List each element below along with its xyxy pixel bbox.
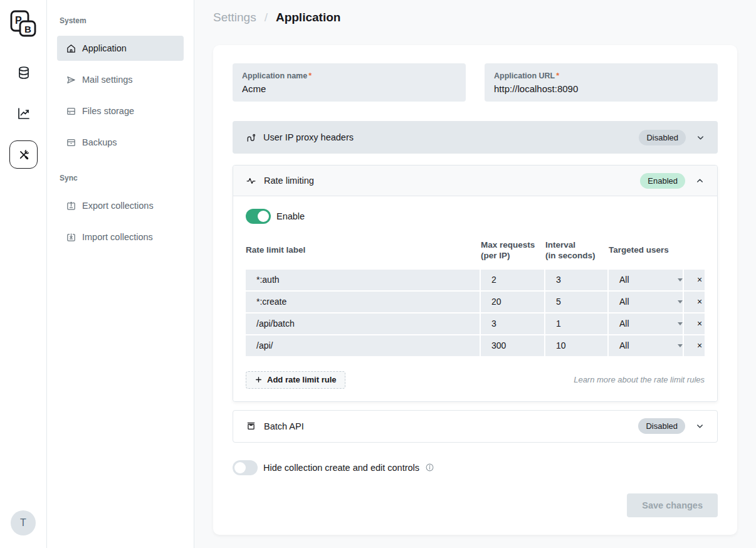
enable-toggle-label: Enable	[276, 211, 305, 221]
remove-rule-button[interactable]: ×	[684, 292, 705, 312]
sidebar-item-mail-settings[interactable]: Mail settings	[57, 67, 184, 92]
sidebar-item-application[interactable]: Application	[57, 36, 184, 61]
accordion-title: User IP proxy headers	[263, 132, 354, 142]
accordion-title: Rate limiting	[264, 176, 314, 186]
rule-label-input[interactable]: *:create	[246, 292, 480, 312]
application-name-label: Application name*	[242, 71, 456, 80]
archive-drawer-icon	[66, 137, 76, 148]
rule-max-requests-input[interactable]: 3	[481, 314, 544, 334]
status-badge-enabled: Enabled	[640, 173, 685, 189]
save-changes-button[interactable]: Save changes	[627, 493, 718, 517]
send-icon	[66, 75, 76, 85]
col-interval: Interval (in seconds)	[545, 240, 607, 268]
targeted-users-select[interactable]: All	[609, 292, 683, 312]
rule-max-requests-input[interactable]: 2	[481, 270, 544, 290]
rate-table-footer: Add rate limit rule Learn more about the…	[246, 371, 705, 389]
sidebar-item-label: Mail settings	[82, 75, 133, 85]
learn-more-link[interactable]: Learn more about the rate limit rules	[574, 375, 705, 384]
rate-limiting-body: Enable Rate limit label Max requests (pe…	[233, 196, 717, 401]
logs-icon[interactable]	[0, 106, 47, 121]
rate-limit-row: /api/ 300 10 All ×	[246, 335, 705, 356]
application-url-label: Application URL*	[494, 71, 708, 80]
chevron-down-icon	[696, 133, 705, 142]
sidebar-item-label: Export collections	[82, 201, 154, 211]
accordion-rate-limiting-header[interactable]: Rate limiting Enabled	[233, 166, 717, 196]
col-rate-limit-label: Rate limit label	[246, 240, 480, 268]
hide-controls-row: Hide collection create and edit controls	[233, 460, 718, 475]
caret-down-icon	[678, 322, 683, 325]
rule-interval-input[interactable]: 10	[545, 335, 607, 356]
main-content: Settings / Application Application name*…	[194, 0, 756, 548]
rule-interval-input[interactable]: 3	[545, 270, 607, 290]
add-rate-limit-rule-button[interactable]: Add rate limit rule	[246, 371, 345, 389]
save-row: Save changes	[233, 493, 718, 517]
rule-interval-input[interactable]: 5	[545, 292, 607, 312]
home-icon	[66, 43, 76, 54]
settings-icon[interactable]	[9, 140, 38, 169]
icon-rail: P B T	[0, 0, 47, 548]
application-url-field[interactable]: Application URL*	[485, 63, 718, 102]
required-asterisk: *	[556, 71, 559, 80]
rate-limit-row: /api/batch 3 1 All ×	[246, 314, 705, 334]
rule-max-requests-input[interactable]: 20	[481, 292, 544, 312]
rate-limit-row: *:create 20 5 All ×	[246, 292, 705, 312]
pocketbase-logo-icon[interactable]: P B	[9, 9, 37, 42]
avatar[interactable]: T	[11, 510, 36, 535]
sidebar-item-label: Application	[82, 43, 127, 53]
route-icon	[245, 132, 256, 143]
rule-max-requests-input[interactable]: 300	[481, 335, 544, 356]
rule-label-input[interactable]: /api/batch	[246, 314, 480, 334]
sidebar-item-backups[interactable]: Backups	[57, 130, 184, 155]
sidebar-section-sync: Sync	[60, 174, 184, 182]
targeted-users-select[interactable]: All	[609, 335, 683, 356]
breadcrumb-settings[interactable]: Settings	[213, 11, 256, 24]
rate-limit-row: *:auth 2 3 All ×	[246, 270, 705, 290]
col-targeted-users: Targeted users	[609, 240, 683, 268]
rate-limit-table: Rate limit label Max requests (per IP) I…	[244, 239, 706, 357]
caret-down-icon	[678, 300, 683, 303]
chevron-up-icon	[695, 176, 705, 186]
breadcrumb: Settings / Application	[213, 0, 737, 45]
sidebar-section-system: System	[60, 16, 184, 25]
rule-label-input[interactable]: /api/	[246, 335, 480, 356]
remove-rule-button[interactable]: ×	[684, 270, 705, 290]
remove-rule-button[interactable]: ×	[684, 314, 705, 334]
remove-rule-button[interactable]: ×	[684, 335, 705, 356]
accordion-user-ip-proxy-headers[interactable]: User IP proxy headers Disabled	[233, 121, 718, 154]
sidebar-item-label: Backups	[82, 137, 117, 147]
collections-icon[interactable]	[0, 65, 47, 80]
chevron-down-icon	[695, 421, 705, 431]
breadcrumb-divider: /	[265, 11, 268, 24]
plus-icon	[255, 376, 263, 384]
settings-sidebar: System Application Mail settings Fi	[47, 0, 194, 548]
info-icon[interactable]	[425, 463, 434, 472]
hide-controls-toggle[interactable]	[233, 460, 258, 475]
import-icon	[66, 232, 76, 243]
required-asterisk: *	[308, 71, 312, 80]
application-name-input[interactable]	[242, 83, 456, 94]
enable-toggle[interactable]	[246, 209, 271, 224]
rule-interval-input[interactable]: 1	[545, 314, 607, 334]
sidebar-item-export-collections[interactable]: Export collections	[57, 193, 184, 218]
application-settings-card: Application name* Application URL* User …	[213, 45, 737, 535]
targeted-users-select[interactable]: All	[609, 314, 683, 334]
sidebar-item-import-collections[interactable]: Import collections	[57, 224, 184, 250]
application-name-field[interactable]: Application name*	[233, 63, 466, 102]
archive-icon	[246, 421, 256, 431]
svg-text:B: B	[24, 24, 31, 34]
rule-label-input[interactable]: *:auth	[246, 270, 480, 290]
caret-down-icon	[678, 344, 683, 347]
accordion-batch-api[interactable]: Batch API Disabled	[233, 410, 718, 443]
sidebar-item-label: Files storage	[82, 106, 134, 116]
sidebar-item-files-storage[interactable]: Files storage	[57, 98, 184, 124]
export-icon	[66, 201, 76, 211]
application-url-input[interactable]	[494, 83, 708, 94]
status-badge-disabled: Disabled	[638, 418, 685, 434]
page-title: Application	[276, 11, 340, 24]
sidebar-item-label: Import collections	[82, 232, 153, 242]
col-max-requests: Max requests (per IP)	[481, 240, 544, 268]
accordion-rate-limiting: Rate limiting Enabled Enable	[233, 165, 718, 402]
enable-toggle-row: Enable	[246, 209, 705, 224]
caret-down-icon	[678, 278, 683, 282]
targeted-users-select[interactable]: All	[609, 270, 683, 290]
